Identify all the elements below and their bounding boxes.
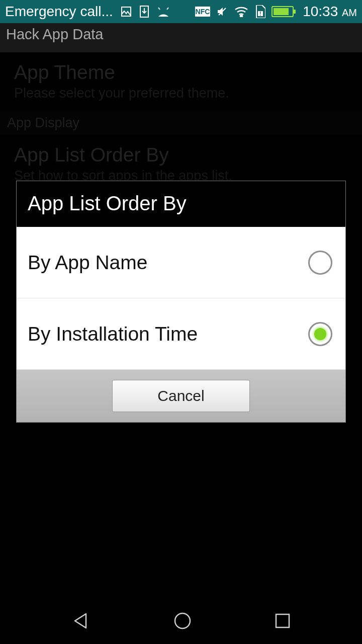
notification-text: Emergency call... <box>5 4 113 20</box>
option-label: By App Name <box>28 252 147 274</box>
sim-icon: ! <box>254 5 265 18</box>
svg-point-9 <box>175 613 190 628</box>
radio-icon <box>308 322 332 346</box>
svg-point-3 <box>165 13 166 15</box>
svg-rect-0 <box>122 7 131 16</box>
nfc-icon: NFC <box>195 7 210 17</box>
svg-point-2 <box>160 13 161 15</box>
svg-text:!: ! <box>259 11 261 17</box>
status-bar: Emergency call... NFC <box>0 0 362 23</box>
svg-point-6 <box>240 15 242 17</box>
dialog-list-order: App List Order By By App Name By Install… <box>16 181 346 423</box>
wifi-icon <box>234 6 248 17</box>
svg-text:NFC: NFC <box>196 8 210 16</box>
android-icon <box>156 7 170 17</box>
status-right: NFC ! 10:33 AM <box>195 4 357 20</box>
clock-time: 10:33 AM <box>303 4 357 20</box>
nav-bar <box>0 598 362 644</box>
status-left: Emergency call... <box>5 4 170 20</box>
app-title: Hack App Data <box>6 26 103 43</box>
mute-icon <box>216 6 228 18</box>
picture-icon <box>120 6 132 18</box>
settings-page: App Theme Please select your preferred t… <box>0 52 362 598</box>
nav-home-icon[interactable] <box>172 611 193 631</box>
dialog-footer: Cancel <box>17 370 345 422</box>
battery-icon <box>272 6 294 17</box>
download-icon <box>139 5 149 18</box>
option-by-app-name[interactable]: By App Name <box>17 227 345 298</box>
option-by-install-time[interactable]: By Installation Time <box>17 298 345 370</box>
option-label: By Installation Time <box>28 323 198 345</box>
svg-rect-10 <box>276 614 289 627</box>
nav-recent-icon[interactable] <box>274 612 291 629</box>
action-bar: Hack App Data <box>0 23 362 52</box>
nav-back-icon[interactable] <box>71 611 91 631</box>
cancel-button[interactable]: Cancel <box>112 380 250 412</box>
radio-icon <box>308 251 332 275</box>
dialog-title: App List Order By <box>17 181 345 227</box>
